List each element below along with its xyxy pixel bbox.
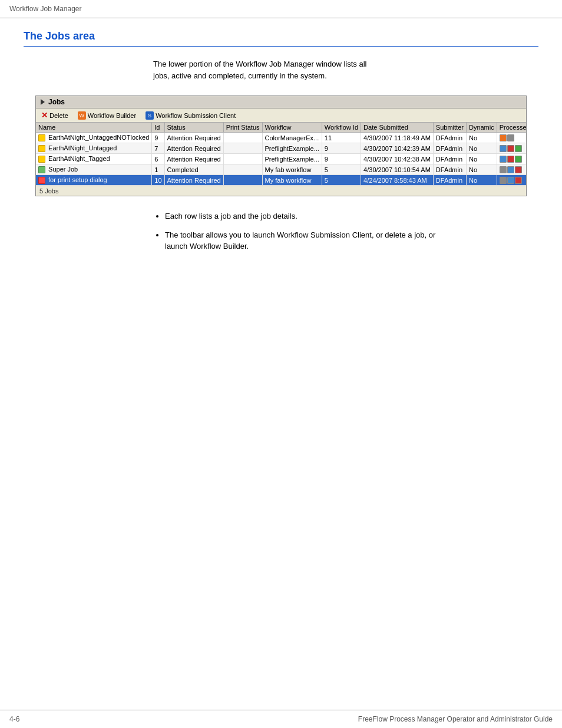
col-header-print[interactable]: Print Status [223, 123, 262, 133]
job-print-status [223, 143, 262, 154]
job-name: Super Job [36, 164, 152, 175]
section-title: The Jobs area [24, 30, 538, 42]
job-processes [497, 164, 526, 175]
job-dynamic: No [466, 133, 497, 143]
job-status: Attention Required [164, 143, 223, 154]
job-date: 4/30/2007 11:18:49 AM [361, 133, 434, 143]
job-print-status [223, 164, 262, 175]
page-footer: 4-6 FreeFlow Process Manager Operator an… [0, 710, 562, 728]
job-workflow: PreflightExample... [262, 143, 322, 154]
job-print-status [223, 175, 262, 186]
job-name: EarthAtNight_UntaggedNOTlocked [36, 133, 152, 143]
process-icon [507, 145, 514, 152]
job-processes [497, 154, 526, 164]
process-icon [515, 166, 522, 173]
job-id: 6 [152, 154, 164, 164]
main-content: The Jobs area The lower portion of the W… [0, 18, 562, 283]
jobs-toolbar: ✕ Delete W Workflow Builder S Workflow S… [36, 108, 526, 123]
jobs-table: Name Id Status Print Status Workflow Wor… [36, 123, 526, 186]
jobs-panel: Jobs ✕ Delete W Workflow Builder S Workf… [35, 95, 527, 196]
table-row[interactable]: for print setup dialog 10 Attention Requ… [36, 175, 526, 186]
job-submitter: DFAdmin [433, 133, 466, 143]
workflow-submission-icon: S [146, 111, 154, 120]
job-name: EarthAtNight_Untagged [36, 143, 152, 154]
process-icon [507, 166, 514, 173]
process-icon [500, 134, 507, 141]
bullet-item-1: Each row lists a job and the job details… [165, 210, 436, 222]
job-date: 4/30/2007 10:10:54 AM [361, 164, 434, 175]
job-workflow-id: 9 [322, 143, 361, 154]
jobs-count: 5 Jobs [39, 187, 58, 195]
col-header-date[interactable]: Date Submitted [361, 123, 434, 133]
process-icon [515, 145, 522, 152]
table-row[interactable]: EarthAtNight_Untagged 7 Attention Requir… [36, 143, 526, 154]
jobs-panel-header: Jobs [36, 96, 526, 108]
job-date: 4/24/2007 8:58:43 AM [361, 175, 434, 186]
col-header-status[interactable]: Status [164, 123, 223, 133]
process-icon [500, 145, 507, 152]
job-workflow: ColorManagerEx... [262, 133, 322, 143]
job-submitter: DFAdmin [433, 154, 466, 164]
job-workflow: PreflightExample... [262, 154, 322, 164]
job-processes [497, 133, 526, 143]
process-icon [515, 177, 522, 184]
col-header-workflow-id[interactable]: Workflow Id [322, 123, 361, 133]
job-submitter: DFAdmin [433, 143, 466, 154]
footer-page-number: 4-6 [9, 715, 19, 723]
job-status-icon [38, 145, 45, 152]
workflow-submission-label: Workflow Submission Client [156, 112, 236, 119]
workflow-builder-label: Workflow Builder [88, 112, 136, 119]
process-icon [500, 156, 507, 163]
job-workflow-id: 5 [322, 164, 361, 175]
desc-line2: jobs, active and completed, currently in… [153, 71, 327, 80]
job-workflow: My fab workflow [262, 164, 322, 175]
delete-button[interactable]: ✕ Delete [39, 110, 70, 120]
job-id: 1 [152, 164, 164, 175]
process-icon [500, 177, 507, 184]
job-workflow-id: 5 [322, 175, 361, 186]
workflow-builder-button[interactable]: W Workflow Builder [76, 111, 138, 120]
job-workflow: My fab workflow [262, 175, 322, 186]
process-icon [507, 156, 514, 163]
col-header-submitter[interactable]: Submitter [433, 123, 466, 133]
job-id: 9 [152, 133, 164, 143]
header-title: Workflow Job Manager [9, 5, 82, 13]
job-status: Attention Required [164, 154, 223, 164]
process-icon [515, 156, 522, 163]
delete-label: Delete [49, 112, 68, 119]
bullet-list: Each row lists a job and the job details… [165, 210, 538, 252]
job-name: EarthAtNight_Tagged [36, 154, 152, 164]
desc-line1: The lower portion of the Workflow Job Ma… [153, 60, 366, 68]
job-processes [497, 175, 526, 186]
col-header-id[interactable]: Id [152, 123, 164, 133]
col-header-workflow[interactable]: Workflow [262, 123, 322, 133]
job-id: 10 [152, 175, 164, 186]
process-icon [500, 166, 507, 173]
job-workflow-id: 9 [322, 154, 361, 164]
process-icon [507, 134, 514, 141]
page-header: Workflow Job Manager [0, 0, 562, 18]
col-header-processes[interactable]: Processes [497, 123, 526, 133]
jobs-panel-title: Jobs [48, 98, 65, 106]
job-dynamic: No [466, 164, 497, 175]
delete-icon: ✕ [41, 111, 48, 120]
col-header-name[interactable]: Name [36, 123, 152, 133]
jobs-panel-footer: 5 Jobs [36, 186, 526, 196]
col-header-dynamic[interactable]: Dynamic [466, 123, 497, 133]
job-date: 4/30/2007 10:42:38 AM [361, 154, 434, 164]
table-row[interactable]: EarthAtNight_Tagged 6 Attention Required… [36, 154, 526, 164]
job-date: 4/30/2007 10:42:39 AM [361, 143, 434, 154]
job-status-icon [38, 177, 45, 184]
job-dynamic: No [466, 154, 497, 164]
job-status-icon [38, 156, 45, 163]
expand-arrow-icon[interactable] [41, 99, 45, 105]
workflow-submission-button[interactable]: S Workflow Submission Client [144, 111, 237, 120]
jobs-table-container: Name Id Status Print Status Workflow Wor… [36, 123, 526, 186]
table-row[interactable]: EarthAtNight_UntaggedNOTlocked 9 Attenti… [36, 133, 526, 143]
job-status: Completed [164, 164, 223, 175]
job-dynamic: No [466, 143, 497, 154]
table-row[interactable]: Super Job 1 Completed My fab workflow 5 … [36, 164, 526, 175]
table-header-row: Name Id Status Print Status Workflow Wor… [36, 123, 526, 133]
job-submitter: DFAdmin [433, 164, 466, 175]
job-print-status [223, 154, 262, 164]
